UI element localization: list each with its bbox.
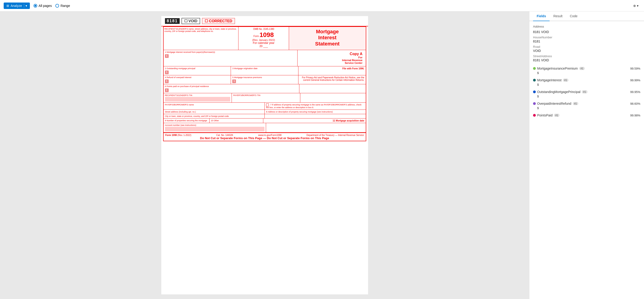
tin-right: [300, 93, 366, 102]
field-value-outstandingmortgageprincipal: $: [533, 95, 640, 98]
field-value-mortgageinterest: $: [533, 83, 640, 86]
all-pages-option[interactable]: All pages: [34, 4, 52, 7]
file-with-cell: File with Form 1096.: [298, 66, 366, 75]
box1-row: 1 Mortgage interest received from payer(…: [164, 50, 366, 66]
recipient-tin-cell: RECIPIENT'S/LENDER'S TIN: [164, 93, 232, 102]
layers-button[interactable]: ⊕ ▾: [631, 3, 640, 8]
field-item-outstandingmortgageprincipal: OutstandingMortgagePrincipal #1 99.95% $: [533, 90, 640, 98]
range-option[interactable]: Range: [55, 4, 70, 7]
field-header-outstandingmortgageprincipal: OutstandingMortgagePrincipal #1 99.95%: [533, 90, 640, 94]
field-label-outstandingmortgageprincipal: OutstandingMortgagePrincipal: [537, 90, 580, 94]
analyze-dropdown-arrow[interactable]: ▾: [24, 4, 27, 7]
toolbar: ⊞ Analyze ▾ All pages Range ⊕ ▾: [0, 0, 644, 11]
box4-box5-row: 4 Refund of overpaid interest $ 5 Mortga…: [164, 75, 366, 84]
all-pages-label: All pages: [38, 4, 52, 7]
form-title-line2: Interest: [291, 35, 364, 41]
account-value: [165, 127, 265, 131]
field-label-mortgageinsurancepremium: MortgageInsurancePremium: [537, 67, 578, 70]
recipient-tin-value: [165, 97, 230, 101]
address-section: Address 8181 VOID HouseNumber 8181 Road …: [533, 25, 640, 62]
box11-cell: 11 Mortgage acquisition date: [263, 118, 366, 123]
box2-label: 2 Outstanding mortgage principal: [165, 67, 196, 70]
account-row: Account number (see instructions): [164, 123, 366, 132]
footer-url: www.irs.gov/Form1098: [258, 134, 282, 136]
box9-label: 9 Number of properties securing the mort…: [165, 119, 207, 122]
void-label: VOID: [188, 19, 197, 23]
box10-cell: 10 Other: [210, 118, 263, 123]
box9-10-row: 9 Number of properties securing the mort…: [164, 118, 366, 123]
form-body: RECIPIENT'S/LENDER'S name, street addres…: [163, 26, 366, 141]
recipient-tin-label: RECIPIENT'S/LENDER'S TIN: [165, 94, 192, 96]
form-label-text: Form: [254, 35, 260, 37]
field-confidence-mortgageinterest: 99.99%: [630, 78, 640, 82]
copy-a-sub: For: [301, 56, 362, 59]
panel-tabs: Fields Result Code: [529, 11, 644, 21]
field-dot-mortgageinterest: [533, 79, 536, 81]
tab-result[interactable]: Result: [550, 11, 566, 21]
field-confidence-overpaidinterestrefund: 98.60%: [630, 102, 640, 105]
box4-cell: 4 Refund of overpaid interest $: [164, 75, 231, 84]
field-label-pointspaid: PointsPaid: [537, 113, 552, 117]
field-label-mortgageinterest: MortgageInterest: [537, 78, 562, 82]
field-label-overpaidinterestrefund: OverpaidInterestRefund: [537, 102, 572, 105]
field-dot-mortgageinsurancepremium: [533, 67, 536, 70]
calendar-year: 20 ___: [240, 44, 288, 48]
field-name-row-mortgageinterest: MortgageInterest #1: [533, 78, 568, 82]
field-dot-pointspaid: [533, 114, 536, 117]
street-address-value: 8181 VOID: [533, 58, 640, 62]
copy-a-irs: Internal Revenue: [301, 59, 362, 61]
layers-icon: ⊕: [633, 4, 636, 7]
form-title-line3: Statement: [291, 41, 364, 47]
box2-box3-row: 2 Outstanding mortgage principal $ 3 Mor…: [164, 66, 366, 75]
box5-label: 5 Mortgage insurance premiums: [232, 76, 262, 78]
box8-cell: 8 Address or description of property sec…: [265, 110, 366, 114]
city-label: City or town, state or province, country…: [165, 115, 229, 117]
field-confidence-pointspaid: 99.98%: [630, 114, 640, 117]
box6-cell: 6 Points paid on purchase of principal r…: [164, 84, 299, 93]
borrower-name-cell: PAYER'S/BORROWER'S name: [164, 103, 265, 110]
box8-label: 8 Address or description of property sec…: [266, 111, 333, 113]
box3-label: 3 Mortgage origination date: [232, 67, 258, 70]
box3-cell: 3 Mortgage origination date: [231, 66, 298, 75]
box7-right-cell: 7 If address of property securing mortga…: [265, 103, 366, 110]
field-dot-overpaidinterestrefund: [533, 102, 536, 105]
city-row: City or town, state or province, country…: [164, 114, 366, 118]
road-value: VOID: [533, 49, 640, 53]
range-radio[interactable]: [55, 4, 59, 7]
tab-fields[interactable]: Fields: [533, 11, 550, 21]
all-pages-radio[interactable]: [34, 4, 37, 7]
void-checkbox[interactable]: ☐: [184, 19, 188, 23]
field-confidence-outstandingmortgageprincipal: 99.95%: [630, 90, 640, 94]
page-range-group: All pages Range: [34, 4, 70, 7]
field-name-row-outstandingmortgageprincipal: OutstandingMortgagePrincipal #1: [533, 90, 588, 94]
street-row: Street address (including apt. no.) 8 Ad…: [164, 110, 366, 114]
range-label: Range: [60, 4, 70, 7]
tin-row: RECIPIENT'S/LENDER'S TIN PAYER'S/BORROWE…: [164, 93, 366, 103]
field-value-mortgageinsurancepremium: $: [533, 71, 640, 75]
form-footer: Form 1098 (Rev. 1-2022) Cat. No. 14402K …: [164, 132, 366, 141]
copy-a-cell: Copy A For Internal Revenue Service Cent…: [298, 50, 366, 66]
corrected-checkbox[interactable]: ☐: [205, 19, 208, 23]
field-header-pointspaid: PointsPaid #1 99.98%: [533, 113, 640, 117]
field-badge-outstandingmortgageprincipal: #1: [582, 90, 587, 93]
street-cell: Street address (including apt. no.): [164, 110, 265, 114]
analyze-button[interactable]: ⊞ Analyze ▾: [4, 2, 30, 9]
field-dot-outstandingmortgageprincipal: [533, 90, 536, 93]
box6-label: 6 Points paid on purchase of principal r…: [165, 85, 209, 87]
field-header-mortgageinsurancepremium: MortgageInsurancePremium #1 99.59%: [533, 67, 640, 70]
box6-right: [299, 84, 366, 93]
box7-checkbox[interactable]: [266, 104, 269, 106]
field-name-row-overpaidinterestrefund: OverpaidInterestRefund #1: [533, 102, 578, 105]
box2-cell: 2 Outstanding mortgage principal $: [164, 66, 231, 75]
document-area[interactable]: 8181 ☐ VOID ☐ CORRECTED RECIPIENT'S/LEND…: [0, 11, 529, 299]
fields-list: MortgageInsurancePremium #1 99.59% $ Mor…: [533, 67, 640, 117]
road-label: Road: [533, 45, 640, 48]
recipient-label: RECIPIENT'S/LENDER'S name, street addres…: [164, 28, 237, 32]
field-item-mortgageinterest: MortgageInterest #1 99.99% $: [533, 78, 640, 86]
address-section-title: Address: [533, 25, 640, 28]
tab-code[interactable]: Code: [566, 11, 581, 21]
field-item-pointspaid: PointsPaid #1 99.98%: [533, 113, 640, 117]
copy-a-label: Copy A: [301, 52, 362, 56]
privacy-cell: For Privacy Act and Paperwork Reduction …: [298, 75, 366, 84]
privacy-text: For Privacy Act and Paperwork Reduction …: [302, 76, 364, 81]
